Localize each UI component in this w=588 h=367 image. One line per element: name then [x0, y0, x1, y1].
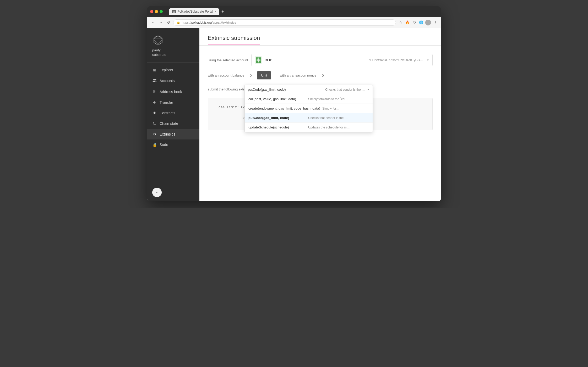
extension-icon3[interactable]: 🌐 — [418, 20, 424, 25]
extension-icon1[interactable]: 🔥 — [405, 20, 410, 25]
dropdown-option-create[interactable]: create(endowment, gas_limit, code_hash, … — [245, 104, 373, 113]
refresh-button[interactable]: ↺ — [166, 19, 171, 26]
svg-rect-16 — [259, 57, 261, 60]
transfer-icon: ✈ — [152, 100, 157, 105]
extrinsic-row: submit the following extrinsic ? contrac… — [208, 85, 433, 94]
url-domain: polkadot.js.org — [191, 21, 212, 24]
sidebar-item-label-sudo: Sudo — [160, 143, 168, 147]
dropdown-option-updateschedule[interactable]: updateSchedule(schedule) Updates the sch… — [245, 123, 373, 132]
option-desc-call: Simply forwards to the `cal… — [308, 97, 348, 101]
logo-graphic — [152, 35, 164, 46]
url-path: /apps/#/extrinsics — [212, 21, 236, 24]
url-protocol: https:// — [182, 21, 191, 24]
account-name: BOB — [265, 58, 273, 62]
svg-rect-21 — [259, 61, 261, 63]
page-header: Extrinsic submission — [199, 28, 441, 46]
svg-point-2 — [425, 20, 431, 25]
logo-text: parity substrate — [152, 48, 166, 57]
app-container: parity substrate ⊞ Explorer Accounts — [147, 28, 441, 201]
svg-rect-20 — [256, 61, 258, 63]
svg-point-7 — [155, 79, 156, 80]
page-title: Extrinsic submission — [208, 35, 260, 45]
tab-close-button[interactable]: × — [215, 10, 216, 13]
nonce-label: with a transaction nonce — [280, 73, 316, 77]
sidebar-item-label: Explorer — [160, 68, 173, 72]
account-avatar — [255, 56, 262, 64]
close-window-button[interactable] — [150, 10, 153, 13]
dropdown-selected-name: putCode(gas_limit, code) — [248, 88, 323, 91]
extension-icon2[interactable]: 🛡 — [412, 20, 417, 25]
sidebar-item-label-transfer: Transfer — [160, 100, 173, 105]
chain-state-icon — [152, 121, 157, 126]
option-name-putcode: putCode(gas_limit, code) — [248, 116, 306, 120]
svg-point-6 — [153, 79, 155, 80]
tab-bar: ⊞ Polkadot/Substrate Portal × + — [169, 8, 224, 15]
traffic-lights — [150, 10, 163, 13]
extrinsics-icon: ↻ — [152, 132, 157, 136]
account-selector[interactable]: BOB 5FHneW46xGXqs5mUiveU4sbTyGB… ▼ — [251, 54, 433, 66]
sidebar-item-contracts[interactable]: ✚ Contracts — [147, 108, 199, 118]
balance-label: with an account balance — [208, 73, 244, 77]
sidebar-item-extrinsics[interactable]: ↻ Extrinsics — [147, 129, 199, 139]
account-dropdown-arrow: ▼ — [427, 59, 429, 62]
sidebar-item-accounts[interactable]: Accounts — [147, 75, 199, 87]
dropdown-option-putcode[interactable]: putCode(gas_limit, code) Checks that sen… — [245, 113, 373, 123]
sidebar-item-chain-state[interactable]: Chain state — [147, 118, 199, 129]
browser-tab[interactable]: ⊞ Polkadot/Substrate Portal × — [169, 8, 219, 15]
bookmark-icon[interactable]: ☆ — [398, 20, 403, 25]
sidebar-item-explorer[interactable]: ⊞ Explorer — [147, 65, 199, 75]
option-desc-putcode: Checks that sender is the … — [308, 116, 348, 120]
new-tab-button[interactable]: + — [221, 9, 224, 14]
svg-rect-22 — [258, 62, 259, 63]
back-button[interactable]: ← — [150, 19, 156, 26]
tab-favicon: ⊞ — [172, 10, 176, 13]
account-label: using the selected account — [208, 58, 248, 62]
svg-rect-19 — [260, 60, 261, 61]
minimize-window-button[interactable] — [155, 10, 158, 13]
toolbar-actions: ☆ 🔥 🛡 🌐 ⋮ — [398, 20, 438, 25]
dropdown-selected-desc: Checks that sender is the … — [325, 88, 365, 91]
address-bar[interactable]: 🔒 https://polkadot.js.org/apps/#/extrins… — [173, 19, 396, 26]
sidebar-item-label-contracts: Contracts — [160, 111, 175, 115]
forward-button[interactable]: → — [158, 19, 164, 26]
svg-rect-15 — [258, 57, 259, 58]
collapse-sidebar-button[interactable]: « — [152, 188, 162, 197]
account-address: 5FHneW46xGXqs5mUiveU4sbTyGB… — [369, 58, 423, 62]
svg-rect-17 — [257, 58, 258, 60]
sidebar-item-address-book[interactable]: Address book — [147, 87, 199, 97]
option-desc-create: Simply for… — [322, 107, 339, 110]
logo-parity: parity — [152, 48, 166, 53]
sidebar-item-label-extrinsics: Extrinsics — [160, 132, 175, 136]
sidebar-item-sudo[interactable]: 🔒 Sudo — [147, 139, 199, 150]
sidebar-item-label-chain-state: Chain state — [160, 121, 178, 126]
sidebar-item-transfer[interactable]: ✈ Transfer — [147, 97, 199, 108]
function-dropdown: putCode(gas_limit, code) Checks that sen… — [244, 85, 373, 132]
dropdown-selected[interactable]: putCode(gas_limit, code) Checks that sen… — [245, 85, 373, 94]
account-row: using the selected account — [208, 54, 433, 66]
sidebar-logo: parity substrate — [147, 28, 199, 63]
option-name-updateschedule: updateSchedule(schedule) — [248, 125, 306, 129]
unit-button[interactable]: Unit — [257, 71, 271, 79]
menu-icon[interactable]: ⋮ — [433, 20, 438, 25]
sidebar-footer: « — [147, 183, 199, 201]
balance-row: with an account balance 0 Unit with a tr… — [208, 71, 433, 79]
logo-substrate: substrate — [152, 53, 166, 57]
form-area: using the selected account — [199, 46, 441, 148]
sidebar: parity substrate ⊞ Explorer Accounts — [147, 28, 199, 201]
user-avatar[interactable] — [425, 20, 431, 25]
option-desc-updateschedule: Updates the schedule for m… — [308, 126, 350, 129]
option-name-create: create(endowment, gas_limit, code_hash, … — [248, 106, 320, 110]
maximize-window-button[interactable] — [160, 10, 163, 13]
browser-titlebar: ⊞ Polkadot/Substrate Portal × + — [147, 6, 441, 17]
dropdown-option-call[interactable]: call(dest, value, gas_limit, data) Simpl… — [245, 94, 373, 104]
sidebar-item-label-address: Address book — [160, 90, 182, 94]
browser-window: ⊞ Polkadot/Substrate Portal × + ← → ↺ 🔒 … — [147, 6, 441, 201]
tab-title: Polkadot/Substrate Portal — [177, 10, 213, 13]
dropdown-toggle-arrow[interactable]: ▼ — [367, 88, 369, 91]
sudo-icon: 🔒 — [152, 143, 157, 147]
accounts-icon — [152, 78, 157, 83]
main-content: Extrinsic submission using the selected … — [199, 28, 441, 201]
url-text: https://polkadot.js.org/apps/#/extrinsic… — [182, 21, 236, 24]
browser-toolbar: ← → ↺ 🔒 https://polkadot.js.org/apps/#/e… — [147, 17, 441, 28]
explorer-icon: ⊞ — [152, 68, 157, 72]
